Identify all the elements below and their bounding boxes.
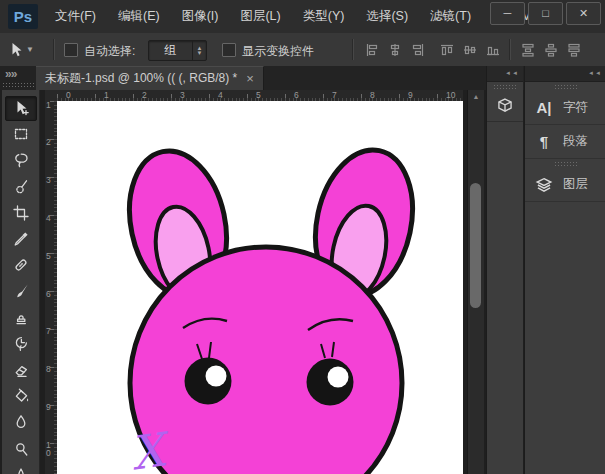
chevron-down-icon: ▼ (26, 45, 34, 54)
rectangular-marquee-tool-icon (13, 126, 29, 142)
dodge-tool[interactable] (6, 437, 36, 460)
brush-tool[interactable] (6, 280, 36, 303)
dock-grip[interactable] (525, 159, 605, 168)
separator (509, 39, 511, 60)
distribute-vertical-centers-icon (544, 43, 558, 57)
eyedropper-tool[interactable] (6, 228, 36, 251)
align-vertical-centers-icon (388, 43, 402, 57)
crop-tool[interactable] (6, 201, 36, 224)
tool-slot (2, 331, 39, 357)
paragraph-panel-button-label: 段落 (563, 133, 588, 150)
distribute-bottom-edges-button[interactable] (564, 39, 584, 60)
paint-bucket-tool[interactable] (6, 385, 36, 408)
tool-slot (2, 95, 39, 121)
align-left-edges-button[interactable] (437, 39, 457, 60)
vertical-scrollbar[interactable]: ▲ (467, 90, 484, 474)
lasso-tool[interactable] (6, 149, 36, 172)
clone-stamp-tool[interactable] (6, 306, 36, 329)
menu-item-5[interactable]: 选择(S) (355, 8, 419, 25)
align-top-edges-button[interactable] (362, 39, 382, 60)
layers-panel-button[interactable]: 图层 (525, 168, 605, 202)
eraser-tool[interactable] (6, 358, 36, 381)
dropdown-value: 组 (149, 42, 192, 59)
collapse-dock-icon[interactable]: ◄◄ (525, 66, 605, 82)
brush-tool-icon (13, 283, 29, 299)
separator (352, 39, 354, 60)
tool-slot (2, 278, 39, 304)
align-group-2 (437, 39, 503, 60)
current-tool-indicator[interactable]: ▼ (8, 39, 38, 60)
tool-slot (2, 462, 39, 474)
tool-slot (2, 174, 39, 200)
document-tab-title: 未标题-1.psd @ 100% (( (, RGB/8) * (45, 70, 237, 87)
move-tool-icon (13, 100, 29, 116)
history-brush-tool[interactable] (6, 332, 36, 355)
eyedropper-tool-icon (13, 231, 29, 247)
dock-grip[interactable] (487, 82, 523, 91)
character-panel-button-label: 字符 (563, 99, 588, 116)
panel-buttons: A|字符¶段落图层 (525, 91, 605, 202)
toolbar-grip[interactable] (2, 82, 36, 87)
menu-item-1[interactable]: 编辑(E) (107, 8, 171, 25)
auto-select-label: 自动选择: (84, 43, 135, 60)
show-transform-checkbox[interactable] (222, 43, 236, 57)
canvas[interactable]: X (57, 101, 463, 474)
distribute-top-edges-button[interactable] (518, 39, 538, 60)
crop-tool-icon (13, 205, 29, 221)
auto-select-target-dropdown[interactable]: 组 ▲▼ (148, 40, 207, 61)
maximize-button[interactable]: □ (528, 2, 563, 25)
clone-stamp-tool-icon (13, 310, 29, 326)
tool-options-bar: ▼ 自动选择: 组 ▲▼ 显示变换控件 (0, 33, 605, 67)
align-group-1 (362, 39, 428, 60)
tool-slot (2, 383, 39, 409)
toolbar (2, 90, 40, 474)
character-icon: A| (534, 99, 554, 116)
align-bottom-edges-button[interactable] (408, 39, 428, 60)
quick-selection-tool[interactable] (6, 175, 36, 198)
align-right-edges-icon (486, 43, 500, 57)
close-button[interactable]: ✕ (566, 2, 601, 25)
dock-grip[interactable] (525, 82, 605, 91)
minimize-button[interactable]: ─ (490, 2, 525, 25)
collapse-dock-icon[interactable]: ◄◄ (487, 66, 523, 82)
cube-icon (496, 97, 514, 115)
align-left-edges-icon (440, 43, 454, 57)
paragraph-panel-button[interactable]: ¶段落 (525, 125, 605, 159)
paint-bucket-tool-icon (13, 388, 29, 404)
close-tab-icon[interactable]: × (246, 72, 254, 85)
icon-panel-dock: ◄◄ (486, 66, 523, 474)
character-panel-button[interactable]: A|字符 (525, 91, 605, 125)
quick-selection-tool-icon (13, 179, 29, 195)
layers-icon (534, 175, 554, 194)
3d-panel-button[interactable] (487, 91, 523, 122)
menu-item-3[interactable]: 图层(L) (229, 8, 291, 25)
menu-item-4[interactable]: 类型(Y) (292, 8, 356, 25)
menu-item-2[interactable]: 图像(I) (171, 8, 230, 25)
align-horizontal-centers-button[interactable] (460, 39, 480, 60)
blur-tool[interactable] (6, 411, 36, 434)
scrollbar-thumb[interactable] (470, 183, 481, 308)
paragraph-icon: ¶ (534, 133, 554, 150)
tool-slot (2, 409, 39, 435)
photoshop-logo: Ps (8, 4, 38, 29)
pen-tool[interactable] (6, 463, 36, 474)
move-tool[interactable] (5, 96, 37, 121)
auto-select-checkbox[interactable] (64, 43, 78, 57)
menu-item-0[interactable]: 文件(F) (44, 8, 107, 25)
spot-healing-brush-tool[interactable] (6, 254, 36, 277)
distribute-vertical-centers-button[interactable] (541, 39, 561, 60)
align-top-edges-icon (365, 43, 379, 57)
window-controls: ─□✕ (490, 2, 601, 25)
scroll-up-icon[interactable]: ▲ (468, 90, 484, 102)
expand-panel-icon[interactable]: »» (5, 67, 16, 81)
document-tab[interactable]: 未标题-1.psd @ 100% (( (, RGB/8) * × (36, 66, 264, 90)
rectangular-marquee-tool[interactable] (6, 123, 36, 146)
menu-item-6[interactable]: 滤镜(T) (419, 8, 482, 25)
move-tool-icon (8, 42, 24, 58)
pen-tool-icon (13, 467, 29, 474)
align-horizontal-centers-icon (463, 43, 477, 57)
rabbit-right-eye-highlight (328, 367, 349, 388)
align-vertical-centers-button[interactable] (385, 39, 405, 60)
align-right-edges-button[interactable] (483, 39, 503, 60)
panel-dock: ◄◄ A|字符¶段落图层 (524, 66, 605, 474)
